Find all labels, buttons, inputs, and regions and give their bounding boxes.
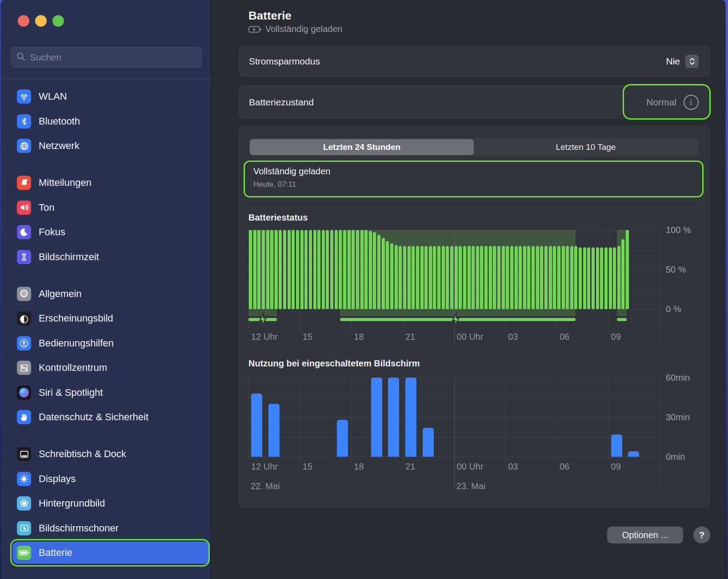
battery-health-row: Batteriezustand Normal i [239, 85, 710, 119]
battery-level-bar [557, 246, 560, 309]
battery-level-bar [339, 230, 342, 309]
h-gridline [244, 437, 660, 438]
sidebar-item-label: Displays [39, 473, 76, 485]
sidebar-item-mitteilungen[interactable]: Mitteilungen [12, 172, 209, 194]
sidebar-item-bedienungshilfen[interactable]: Bedienungshilfen [12, 332, 209, 354]
sidebar-item-siri-spotlight[interactable]: Siri & Spotlight [12, 382, 209, 404]
search-input[interactable] [30, 52, 196, 63]
sidebar-item-fokus[interactable]: Fokus [12, 221, 209, 243]
speaker-icon [17, 201, 31, 215]
sidebar-item-batterie[interactable]: Batterie [12, 542, 209, 564]
battery-level-bar [510, 246, 513, 309]
screen-usage-bar [423, 428, 434, 457]
zoom-window-button[interactable] [52, 15, 64, 27]
sidebar-item-label: Batterie [39, 547, 72, 559]
low-power-mode-value: Nie [666, 56, 680, 67]
contrast-icon: ◐ [17, 311, 31, 326]
battery-level-bar [313, 230, 316, 309]
batteriestatus-title: Batteriestatus [248, 213, 308, 223]
tick-gridline [660, 378, 660, 489]
sidebar-item-bildschirmschoner[interactable]: Bildschirmschoner [12, 517, 209, 539]
battery-level-bar [574, 246, 577, 309]
battery-level-bar [587, 247, 590, 309]
nutzung-bei-eingeschaltetem-bildschirm-title: Nutzung bei eingeschaltetem Bildschirm [248, 358, 420, 369]
sidebar-item-label: Siri & Spotlight [39, 387, 103, 398]
battery-level-bar [262, 230, 265, 309]
battery-level-bar [544, 246, 548, 309]
sidebar-item-schreibtisch-dock[interactable]: Schreibtisch & Dock [12, 443, 209, 465]
battery-level-bar [455, 246, 458, 309]
low-power-mode-popup[interactable]: Nie [666, 55, 699, 68]
minimize-window-button[interactable] [35, 15, 47, 27]
battery-level-bar [562, 246, 565, 309]
battery-level-bar [304, 230, 308, 309]
search-field[interactable] [11, 47, 202, 68]
sidebar-item-netzwerk[interactable]: Netzwerk [12, 135, 209, 157]
battery-level-bar [566, 246, 569, 309]
x-tick-label: 18 [354, 462, 364, 472]
sidebar-item-bildschirmzeit[interactable]: Bildschirmzeit [12, 246, 209, 268]
sidebar-item-hintergrundbild[interactable]: ❀Hintergrundbild [12, 492, 209, 515]
sidebar-item-bluetooth[interactable]: Bluetooth [12, 110, 209, 133]
card-divider [248, 201, 702, 201]
battery-health-label: Batteriezustand [249, 97, 314, 108]
screen-usage-bar [268, 404, 280, 457]
sidebar-item-label: WLAN [39, 91, 67, 102]
h-gridline [244, 378, 660, 378]
sidebar-item-erscheinungsbild[interactable]: ◐Erscheinungsbild [12, 307, 209, 330]
sidebar-item-wlan[interactable]: WLAN [12, 85, 209, 108]
battery-level-bar [446, 246, 449, 309]
x-tick-label: 15 [303, 332, 312, 342]
battery-level-bar [497, 246, 500, 309]
sidebar-item-label: Bluetooth [39, 116, 80, 127]
sidebar-item-datenschutz-sicherheit[interactable]: Datenschutz & Sicherheit [12, 406, 209, 428]
battery-level-bar [480, 246, 483, 309]
battery-level-bar [373, 232, 376, 309]
tick-gridline [351, 378, 352, 462]
sidebar-item-label: Bildschirmzeit [39, 251, 99, 263]
battery-level-bar [382, 238, 385, 309]
battery-level-bar [326, 230, 329, 309]
h-gridline [244, 457, 660, 457]
sidebar-item-displays[interactable]: Displays [12, 468, 209, 490]
y-tick-label: 100 % [666, 225, 691, 235]
siri-icon [17, 386, 31, 400]
tick-gridline [660, 230, 660, 345]
battery-level-bar [579, 247, 582, 309]
tab-last-24-hours[interactable]: Letzten 24 Stunden [250, 139, 474, 155]
battery-level-bar [356, 230, 359, 309]
sidebar-item-label: Ton [39, 202, 54, 213]
x-tick-label: 21 [405, 462, 415, 472]
battery-level-bar [519, 246, 522, 309]
close-window-button[interactable] [18, 15, 29, 27]
battery-level-bar [570, 246, 573, 309]
battery-level-bar [540, 246, 543, 309]
y-tick-label: 60min [666, 373, 690, 383]
screen-usage-bar [337, 420, 348, 457]
x-tick-label: 09 [611, 462, 621, 472]
desktop-icon [17, 447, 31, 461]
help-button[interactable]: ? [693, 527, 710, 543]
popup-stepper-icon [685, 55, 699, 68]
battery-level-bar [532, 246, 535, 309]
battery-level-bar [476, 246, 479, 309]
options-button[interactable]: Optionen ... [607, 527, 683, 543]
sidebar-item-ton[interactable]: Ton [12, 197, 209, 219]
sidebar-item-kontrollzentrum[interactable]: Kontrollzentrum [12, 357, 209, 379]
tick-gridline [557, 378, 557, 462]
battery-level-bar [553, 246, 556, 309]
battery-health-control[interactable]: Normal i [646, 95, 699, 110]
tab-last-10-days[interactable]: Letzten 10 Tage [474, 139, 698, 155]
battery-level-bar [253, 230, 256, 309]
sidebar-item-allgemein[interactable]: ⚙Allgemein [12, 283, 209, 305]
moon-icon [17, 225, 31, 239]
battery-level-bar [420, 246, 424, 309]
battery-level-bar [309, 230, 312, 309]
info-icon[interactable]: i [684, 95, 699, 110]
battery-level-bar [377, 235, 380, 309]
hourglass-icon [17, 250, 31, 264]
x-tick-label: 03 [508, 332, 518, 342]
battery-level-bar [493, 246, 496, 309]
y-tick-label: 0min [666, 452, 685, 462]
x-tick-label: 18 [354, 332, 364, 342]
